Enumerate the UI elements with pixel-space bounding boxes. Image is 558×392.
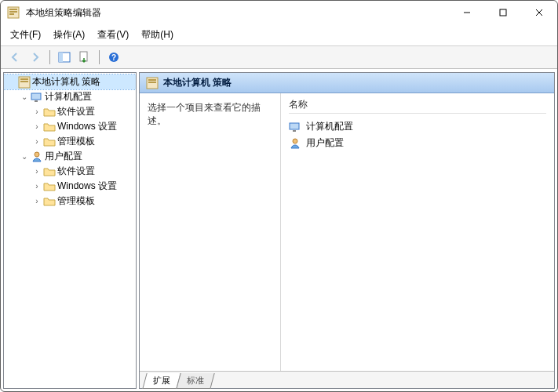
view-tabs: 扩展 标准 — [140, 371, 554, 388]
tree-node-label: 管理模板 — [57, 135, 95, 148]
menubar: 文件(F) 操作(A) 查看(V) 帮助(H) — [1, 24, 557, 46]
menu-help[interactable]: 帮助(H) — [135, 26, 180, 44]
tree-user-config[interactable]: ⌄ 用户配置 — [16, 149, 136, 164]
expand-toggle[interactable]: ⌄ — [20, 152, 29, 161]
tree-node-label: Windows 设置 — [57, 180, 117, 193]
tree-node-software[interactable]: ›软件设置 — [29, 104, 136, 119]
tree-node-templates[interactable]: ›管理模板 — [29, 134, 136, 149]
svg-point-24 — [293, 139, 297, 143]
expand-toggle[interactable]: ⌄ — [20, 93, 29, 101]
menu-file[interactable]: 文件(F) — [4, 26, 47, 44]
description-panel: 选择一个项目来查看它的描述。 — [140, 93, 281, 371]
computer-icon — [289, 121, 301, 133]
details-title: 本地计算机 策略 — [163, 76, 232, 89]
tree-root[interactable]: 本地计算机 策略 — [4, 74, 136, 89]
tree-node-windows[interactable]: ›Windows 设置 — [29, 119, 136, 134]
toolbar-separator — [99, 50, 100, 64]
folder-icon — [43, 136, 56, 148]
window-title: 本地组策略编辑器 — [26, 6, 449, 20]
user-icon — [31, 151, 43, 163]
svg-rect-20 — [148, 79, 156, 81]
expand-toggle[interactable]: › — [32, 197, 42, 205]
svg-rect-23 — [293, 130, 296, 132]
description-text: 选择一个项目来查看它的描述。 — [148, 102, 261, 126]
tree-computer-config[interactable]: ⌄ 计算机配置 — [16, 89, 136, 104]
policy-icon — [146, 77, 159, 89]
list-item[interactable]: 用户配置 — [289, 135, 546, 151]
user-icon — [289, 137, 301, 150]
list-item-label: 用户配置 — [306, 136, 344, 150]
svg-rect-21 — [148, 82, 156, 83]
list-item[interactable]: 计算机配置 — [289, 118, 546, 135]
tree-node-label: 软件设置 — [57, 105, 95, 118]
svg-rect-9 — [59, 53, 63, 62]
tab-standard[interactable]: 标准 — [176, 373, 214, 389]
expand-toggle[interactable]: › — [32, 122, 42, 131]
tree-node-templates[interactable]: ›管理模板 — [29, 194, 136, 209]
titlebar: 本地组策略编辑器 — [1, 1, 557, 24]
close-button[interactable] — [521, 1, 557, 24]
tree-node-label: 软件设置 — [57, 165, 95, 178]
svg-rect-14 — [20, 78, 28, 80]
expand-toggle[interactable]: › — [32, 167, 42, 176]
tree-node-label: 管理模板 — [57, 194, 95, 208]
folder-icon — [43, 106, 56, 118]
tree-node-windows[interactable]: ›Windows 设置 — [29, 179, 136, 194]
svg-rect-5 — [500, 9, 506, 16]
expand-toggle[interactable]: › — [32, 107, 42, 116]
svg-rect-15 — [20, 81, 28, 82]
nav-back-button[interactable] — [5, 49, 24, 66]
svg-rect-2 — [9, 11, 17, 13]
tree-node-label: Windows 设置 — [57, 120, 117, 133]
svg-text:?: ? — [111, 53, 116, 62]
show-hide-tree-button[interactable] — [55, 49, 74, 66]
toolbar: ? — [1, 46, 557, 69]
tree-node-label: 本地计算机 策略 — [32, 75, 100, 89]
maximize-button[interactable] — [485, 1, 521, 24]
folder-icon — [43, 195, 56, 208]
tree-node-label: 计算机配置 — [45, 90, 92, 103]
folder-icon — [43, 121, 56, 133]
menu-view[interactable]: 查看(V) — [91, 26, 135, 44]
svg-rect-3 — [9, 13, 14, 15]
policy-icon — [18, 76, 31, 89]
menu-action[interactable]: 操作(A) — [47, 26, 91, 44]
tree-node-label: 用户配置 — [45, 150, 82, 163]
app-icon — [7, 6, 20, 19]
computer-icon — [31, 91, 43, 103]
minimize-button[interactable] — [449, 1, 485, 24]
toolbar-separator — [49, 50, 50, 64]
nav-forward-button[interactable] — [26, 49, 45, 66]
help-button[interactable]: ? — [104, 49, 123, 66]
folder-icon — [43, 165, 56, 178]
svg-rect-16 — [31, 93, 41, 100]
svg-rect-17 — [35, 100, 38, 102]
folder-icon — [43, 180, 56, 193]
tab-extended[interactable]: 扩展 — [142, 373, 181, 389]
tree-node-software[interactable]: ›软件设置 — [29, 164, 136, 179]
expand-toggle[interactable]: › — [32, 137, 42, 146]
main-area: 本地计算机 策略 ⌄ 计算机配置 ›软件设置 ›Windows 设置 ›管理模板 — [1, 69, 557, 391]
svg-point-18 — [35, 152, 39, 157]
expand-toggle[interactable]: › — [32, 182, 42, 191]
tree-pane[interactable]: 本地计算机 策略 ⌄ 计算机配置 ›软件设置 ›Windows 设置 ›管理模板 — [3, 72, 137, 389]
list-column-header[interactable]: 名称 — [289, 98, 546, 114]
svg-rect-1 — [9, 9, 17, 10]
list-panel: 名称 计算机配置 用户配置 — [281, 93, 554, 371]
svg-rect-22 — [290, 123, 299, 129]
list-item-label: 计算机配置 — [306, 120, 353, 133]
details-header: 本地计算机 策略 — [140, 73, 554, 93]
export-list-button[interactable] — [75, 49, 94, 66]
details-pane: 本地计算机 策略 选择一个项目来查看它的描述。 名称 计算机配置 用户配置 扩展… — [139, 72, 555, 389]
